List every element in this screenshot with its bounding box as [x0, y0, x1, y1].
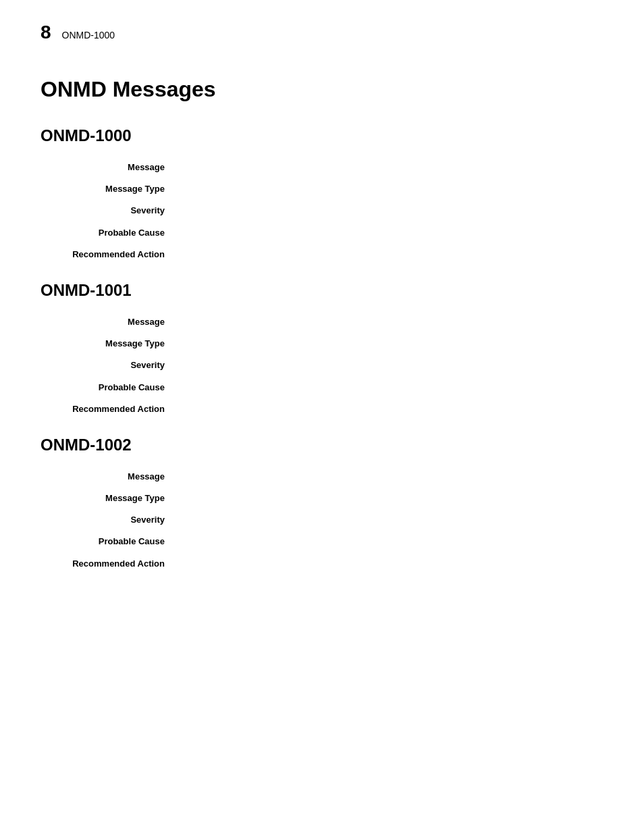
sections-container: ONMD-1000MessageMessage TypeSeverityProb… — [41, 126, 603, 570]
section-onmd-1001: ONMD-1001MessageMessage TypeSeverityProb… — [41, 281, 603, 415]
field-label-onmd-1001-0: Message — [41, 316, 176, 328]
section-heading-onmd-1002: ONMD-1002 — [41, 436, 603, 454]
field-label-onmd-1002-0: Message — [41, 471, 176, 483]
field-label-onmd-1002-3: Probable Cause — [41, 536, 176, 548]
field-row-onmd-1001-4: Recommended Action — [41, 403, 603, 415]
doc-title: ONMD Messages — [41, 77, 603, 102]
field-label-onmd-1001-2: Severity — [41, 359, 176, 371]
field-label-onmd-1000-3: Probable Cause — [41, 227, 176, 239]
field-label-onmd-1002-1: Message Type — [41, 492, 176, 504]
field-row-onmd-1002-0: Message — [41, 471, 603, 483]
field-label-onmd-1000-0: Message — [41, 161, 176, 174]
field-row-onmd-1001-3: Probable Cause — [41, 382, 603, 394]
field-row-onmd-1000-4: Recommended Action — [41, 249, 603, 261]
field-label-onmd-1000-4: Recommended Action — [41, 249, 176, 261]
main-content: ONMD Messages ONMD-1000MessageMessage Ty… — [0, 57, 644, 617]
field-row-onmd-1000-3: Probable Cause — [41, 227, 603, 239]
section-onmd-1002: ONMD-1002MessageMessage TypeSeverityProb… — [41, 436, 603, 570]
field-label-onmd-1001-3: Probable Cause — [41, 382, 176, 394]
field-row-onmd-1002-3: Probable Cause — [41, 536, 603, 548]
field-label-onmd-1000-1: Message Type — [41, 183, 176, 195]
section-heading-onmd-1001: ONMD-1001 — [41, 281, 603, 300]
section-heading-onmd-1000: ONMD-1000 — [41, 126, 603, 145]
field-row-onmd-1001-0: Message — [41, 316, 603, 328]
field-row-onmd-1000-0: Message — [41, 161, 603, 174]
page-header: 8 ONMD-1000 — [0, 0, 644, 57]
section-onmd-1000: ONMD-1000MessageMessage TypeSeverityProb… — [41, 126, 603, 261]
field-label-onmd-1002-4: Recommended Action — [41, 558, 176, 570]
field-row-onmd-1002-1: Message Type — [41, 492, 603, 504]
page-number: 8 — [41, 22, 51, 43]
field-row-onmd-1001-2: Severity — [41, 359, 603, 371]
field-label-onmd-1002-2: Severity — [41, 514, 176, 526]
field-label-onmd-1000-2: Severity — [41, 205, 176, 217]
field-label-onmd-1001-4: Recommended Action — [41, 403, 176, 415]
field-row-onmd-1000-1: Message Type — [41, 183, 603, 195]
field-row-onmd-1000-2: Severity — [41, 205, 603, 217]
field-label-onmd-1001-1: Message Type — [41, 338, 176, 350]
field-row-onmd-1001-1: Message Type — [41, 338, 603, 350]
field-row-onmd-1002-2: Severity — [41, 514, 603, 526]
page-title-small: ONMD-1000 — [62, 30, 115, 41]
field-row-onmd-1002-4: Recommended Action — [41, 558, 603, 570]
